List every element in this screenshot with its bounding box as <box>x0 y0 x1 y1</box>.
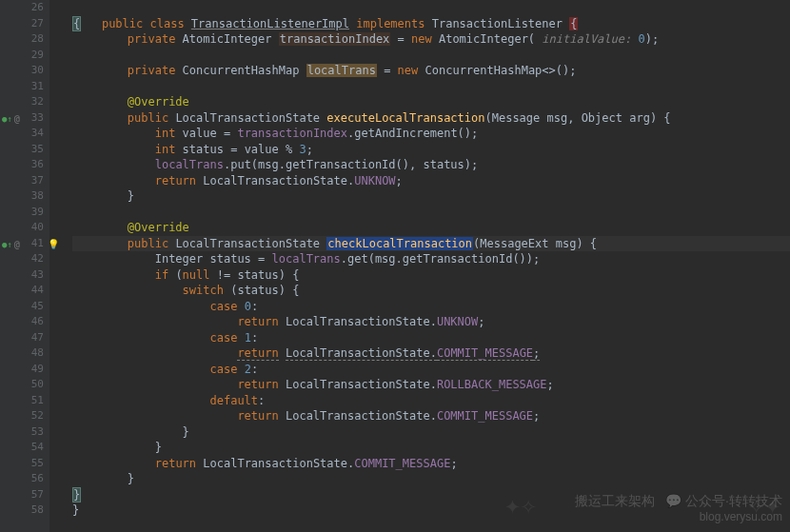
code-line[interactable]: return LocalTransactionState.COMMIT_MESS… <box>72 408 790 424</box>
code-line[interactable] <box>72 0 790 16</box>
line-number: 53 <box>0 424 44 441</box>
code-line[interactable]: return LocalTransactionState.UNKNOW; <box>72 314 790 330</box>
code-line[interactable] <box>72 48 790 64</box>
line-number: 39 <box>0 205 44 221</box>
line-number: 48 <box>0 345 44 362</box>
code-line[interactable]: localTrans.put(msg.getTransactionId(), s… <box>72 157 790 173</box>
line-number: 42 <box>0 251 44 267</box>
line-number: 49 <box>0 362 44 378</box>
line-gutter: 26272829303132●↑@3334353637383940●↑@💡414… <box>0 0 49 532</box>
code-area[interactable]: { public class TransactionListenerImpl i… <box>49 0 790 532</box>
line-number: 57 <box>0 487 44 503</box>
line-number: 43 <box>0 267 44 284</box>
code-line[interactable]: } <box>72 502 790 519</box>
line-number: 30 <box>0 63 44 79</box>
line-number: 29 <box>0 48 44 64</box>
line-number: 47 <box>0 330 44 346</box>
line-number: 26 <box>0 0 44 16</box>
code-line[interactable]: case 2: <box>72 362 790 378</box>
code-line[interactable]: Integer status = localTrans.get(msg.getT… <box>72 251 790 267</box>
code-line[interactable]: return LocalTransactionState.UNKNOW; <box>72 173 790 189</box>
override-marker-icon[interactable]: ●↑ <box>2 240 12 249</box>
code-line[interactable]: return LocalTransactionState.COMMIT_MESS… <box>72 456 790 472</box>
code-line[interactable]: private AtomicInteger transactionIndex =… <box>72 31 790 48</box>
code-line[interactable]: return LocalTransactionState.ROLLBACK_ME… <box>72 377 790 393</box>
line-number: 36 <box>0 157 44 173</box>
line-number: 58 <box>0 502 44 519</box>
line-number: 38 <box>0 188 44 205</box>
code-line[interactable]: case 0: <box>72 299 790 315</box>
code-line[interactable]: @Override <box>72 94 790 110</box>
code-line[interactable]: case 1: <box>72 330 790 346</box>
code-line[interactable]: int value = transactionIndex.getAndIncre… <box>72 126 790 142</box>
override-marker-icon[interactable]: ●↑ <box>2 114 12 124</box>
line-number: 37 <box>0 173 44 189</box>
code-line[interactable]: } <box>72 487 790 503</box>
line-number: 52 <box>0 408 44 424</box>
code-editor[interactable]: 26272829303132●↑@3334353637383940●↑@💡414… <box>0 0 790 532</box>
code-line[interactable]: if (null != status) { <box>72 267 790 284</box>
line-number: 46 <box>0 314 44 330</box>
code-line[interactable]: } <box>72 440 790 456</box>
line-number: 45 <box>0 299 44 315</box>
annotation-marker-icon: @ <box>14 113 20 124</box>
line-number: 32 <box>0 94 44 110</box>
line-number: 28 <box>0 31 44 48</box>
line-number: 50 <box>0 377 44 393</box>
code-line[interactable]: switch (status) { <box>72 283 790 299</box>
code-line[interactable]: public LocalTransactionState executeLoca… <box>72 110 790 127</box>
line-number: 51 <box>0 393 44 409</box>
line-number: 31 <box>0 79 44 95</box>
line-number: 54 <box>0 440 44 456</box>
code-line[interactable]: public LocalTransactionState checkLocalT… <box>72 236 790 252</box>
code-line[interactable]: } <box>72 188 790 205</box>
line-number: 40 <box>0 220 44 236</box>
code-line[interactable]: } <box>72 424 790 441</box>
code-line[interactable]: default: <box>72 393 790 409</box>
code-line[interactable] <box>72 205 790 221</box>
line-number: 35 <box>0 142 44 158</box>
code-line[interactable]: { public class TransactionListenerImpl i… <box>72 16 790 32</box>
code-line[interactable] <box>72 79 790 95</box>
annotation-marker-icon: @ <box>14 239 20 249</box>
line-number: 27 <box>0 16 44 32</box>
line-number: ●↑@💡41 <box>0 236 44 252</box>
line-number: 55 <box>0 456 44 472</box>
code-line[interactable]: int status = value % 3; <box>72 142 790 158</box>
line-number: 56 <box>0 471 44 487</box>
code-line[interactable]: private ConcurrentHashMap localTrans = n… <box>72 63 790 79</box>
line-number: ●↑@33 <box>0 110 44 127</box>
code-line[interactable]: @Override <box>72 220 790 236</box>
code-line[interactable]: } <box>72 471 790 487</box>
line-number: 34 <box>0 126 44 142</box>
line-number: 44 <box>0 283 44 299</box>
code-line[interactable]: return LocalTransactionState.COMMIT_MESS… <box>72 345 790 362</box>
